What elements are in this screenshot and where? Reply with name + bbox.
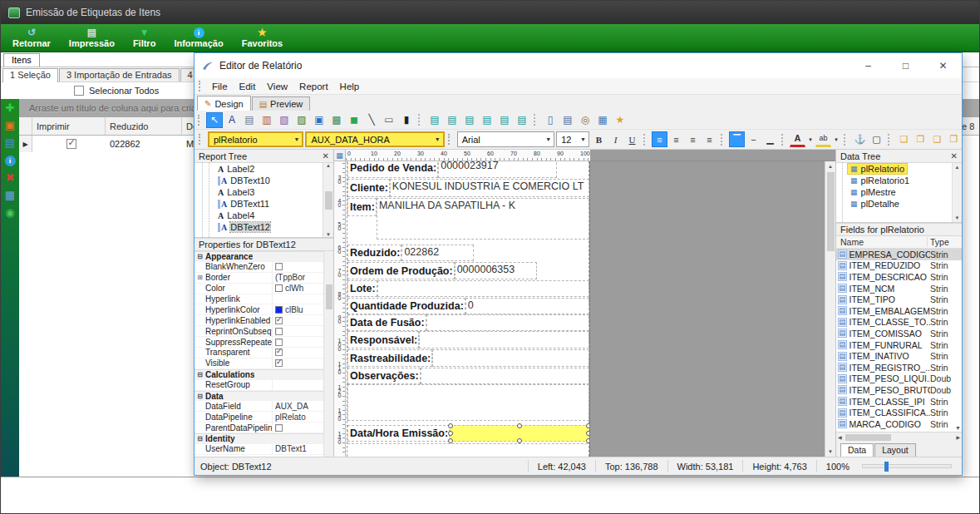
property-checkbox[interactable]: [275, 359, 283, 367]
field-row[interactable]: ▤ITEM_INATIVOStrin: [836, 350, 962, 362]
selection-handle[interactable]: [517, 438, 522, 443]
menu-file[interactable]: File: [206, 82, 234, 91]
minimize-button[interactable]: –: [849, 53, 887, 78]
report-field-label[interactable]: Data/Hora Emissão:: [347, 425, 450, 442]
report-field[interactable]: Rastreabilidade:: [347, 349, 589, 367]
field-row[interactable]: ▤ITEM_NCMStrin: [836, 283, 962, 294]
properties-scrollbar[interactable]: [323, 251, 333, 457]
zoom-tool-icon[interactable]: ◎: [577, 112, 593, 128]
font-combo[interactable]: Arial▼: [457, 131, 554, 147]
fields-col-name[interactable]: Name: [836, 237, 927, 247]
report-field-label[interactable]: Reduzido:: [347, 245, 401, 261]
report-field[interactable]: Item:MANILHA DA SAPATILHA - K: [347, 198, 589, 240]
calc-grid-icon[interactable]: ▦: [3, 189, 17, 202]
menubar-grip[interactable]: [199, 81, 203, 91]
tab-itens[interactable]: Itens: [3, 53, 40, 67]
info-icon[interactable]: i: [3, 154, 17, 167]
report-tree-item-dbtext10[interactable]: ADBText10: [195, 175, 333, 186]
field-row[interactable]: ▤ITEM_CLASSE_TO...Strin: [836, 317, 962, 329]
property-row[interactable]: ⊟Identity: [195, 433, 333, 444]
report-tree-item-label3[interactable]: ALabel3: [195, 186, 333, 198]
font-size-combo[interactable]: 12▼: [556, 131, 589, 147]
property-checkbox[interactable]: [275, 328, 283, 335]
menu-help[interactable]: Help: [334, 82, 366, 91]
wizard-icon[interactable]: ★: [612, 112, 628, 128]
chevron-down-icon[interactable]: ▼: [578, 136, 588, 142]
field-row[interactable]: ▤ITEM_PESO_LIQUI...Doub: [836, 373, 962, 385]
align-right-button[interactable]: ≡: [685, 131, 701, 147]
favoritos-button[interactable]: ★Favoritos: [234, 24, 291, 52]
grid-header-imprimir[interactable]: Imprimir: [32, 117, 106, 135]
highlight-color-button[interactable]: ab: [815, 131, 831, 147]
title-band-tool[interactable]: ▤: [426, 112, 443, 128]
chevron-down-icon[interactable]: ▼: [291, 136, 302, 142]
property-row[interactable]: ⊟Appearance: [195, 251, 333, 262]
impressao-button[interactable]: ▤Impressão: [62, 24, 122, 52]
property-checkbox[interactable]: [275, 348, 283, 356]
report-field-label[interactable]: Cliente:: [347, 179, 390, 197]
report-field[interactable]: Quantidade Produzida:0: [347, 298, 589, 314]
report-field-value[interactable]: [432, 349, 589, 367]
header-band-tool[interactable]: ▤: [444, 112, 460, 128]
collapse-icon[interactable]: ⊟: [195, 371, 205, 378]
label-tool[interactable]: A: [224, 112, 240, 128]
tab-preview[interactable]: ▤Preview: [252, 96, 311, 111]
page-setup-icon[interactable]: ▯: [542, 112, 559, 128]
detail-band-tool[interactable]: ▤: [461, 112, 478, 128]
sub-tab-1[interactable]: 3 Importação de Entradas: [59, 68, 180, 82]
close-icon[interactable]: ✕: [951, 151, 958, 161]
close-button[interactable]: ✕: [924, 53, 962, 78]
report-tree-item-dbtext12[interactable]: ADBText12: [195, 221, 333, 233]
report-field-value[interactable]: KONESUL INDUSTRIA E COMERCIO LT: [390, 179, 589, 197]
report-field-value[interactable]: [421, 368, 589, 384]
selection-handle[interactable]: [586, 438, 590, 443]
fields-scroll-down-icon[interactable]: ▼: [955, 425, 961, 431]
select-tool[interactable]: ↖: [206, 112, 223, 128]
property-checkbox[interactable]: [275, 317, 283, 324]
toolbar-grip[interactable]: [199, 134, 203, 145]
field-row[interactable]: ▤ITEM_PESO_BRUTODoub: [836, 384, 962, 396]
field-row[interactable]: ▤ITEM_REDUZIDOStrin: [836, 260, 962, 272]
report-field-value[interactable]: 0000023917: [438, 161, 557, 178]
valign-bottom-button[interactable]: ▁: [762, 131, 778, 147]
valign-middle-button[interactable]: −: [746, 131, 761, 147]
report-field-label[interactable]: Lote:: [347, 280, 377, 297]
anchor-button[interactable]: ⚓: [852, 131, 868, 147]
tab-layout[interactable]: Layout: [874, 443, 916, 457]
sysvar-tool[interactable]: ▧: [276, 112, 293, 128]
dbtext-tool[interactable]: ▣: [311, 112, 327, 128]
report-field[interactable]: Pedido de Venda:0000023917: [347, 161, 557, 178]
field-row[interactable]: ▤ITEM_EMBALAGEMStrin: [836, 305, 962, 317]
report-field-value[interactable]: [419, 331, 589, 348]
filtro-button[interactable]: ▼Filtro: [126, 24, 164, 52]
selection-handle[interactable]: [448, 431, 453, 436]
field-row[interactable]: ▤ITEM_TIPOStrin: [836, 294, 962, 305]
summary-band-tool[interactable]: ▤: [496, 112, 513, 128]
align-justify-button[interactable]: ≡: [702, 131, 717, 147]
property-row[interactable]: DataPipelineplRelato: [195, 412, 333, 423]
field-row[interactable]: ▤ITEM_CLASSE_IPIStrin: [836, 396, 962, 408]
zoom-slider[interactable]: [862, 464, 952, 468]
selection-handle[interactable]: [586, 431, 590, 436]
menu-view[interactable]: View: [261, 82, 293, 91]
informacao-button[interactable]: iInformação: [166, 24, 230, 52]
property-row[interactable]: ColorclWh: [195, 284, 333, 294]
region-tool[interactable]: ▭: [381, 112, 397, 128]
property-checkbox[interactable]: [275, 339, 283, 346]
property-row[interactable]: UserNameDBText1▼: [195, 444, 333, 455]
selection-handle[interactable]: [517, 423, 522, 428]
zoom-slider-thumb[interactable]: [884, 462, 889, 472]
property-row[interactable]: ResetGroup: [195, 380, 333, 391]
selection-handle[interactable]: [586, 423, 590, 428]
grid-toggle-icon[interactable]: ▦: [594, 112, 611, 128]
valign-top-button[interactable]: ▔: [729, 131, 745, 147]
report-field[interactable]: Reduzido:022862: [347, 245, 474, 261]
highlight-color-dropdown[interactable]: ▾: [832, 131, 840, 147]
sub-tab-0[interactable]: 1 Seleção: [2, 68, 58, 82]
print-preview-icon[interactable]: ▤: [559, 112, 576, 128]
select-all-checkbox[interactable]: [74, 86, 84, 96]
fields-horizontal-scrollbar[interactable]: ◀▶: [836, 432, 962, 442]
report-field[interactable]: Ordem de Produção:0000006353: [347, 262, 537, 279]
field-row[interactable]: ▤ITEM_CLASSIFICA...Strin: [836, 407, 962, 418]
shape-tool[interactable]: ◼: [346, 112, 362, 128]
